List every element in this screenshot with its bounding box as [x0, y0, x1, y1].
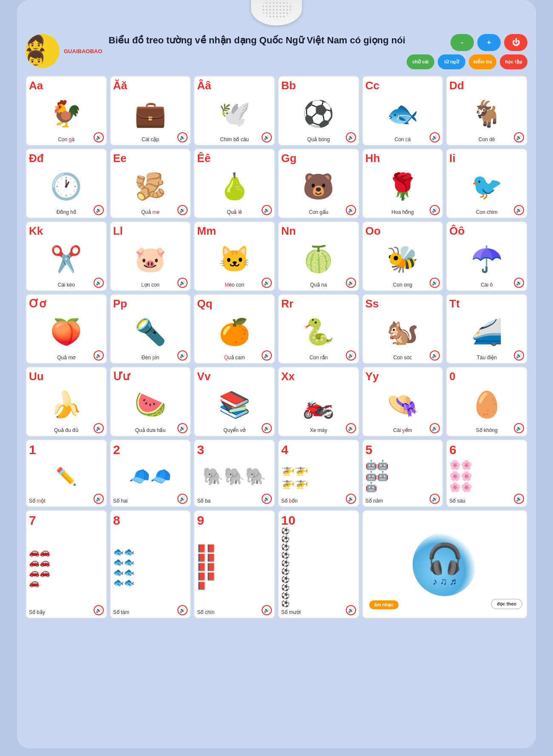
sound-9[interactable]: 🔊 — [262, 605, 272, 615]
sound-oo3[interactable]: 🔊 — [94, 350, 104, 361]
sound-uu2[interactable]: 🔊 — [177, 423, 188, 433]
card-mm[interactable]: Mm 🐱 Mèo con 🔊 — [194, 221, 275, 291]
card-uu2[interactable]: Ưư 🍉 Quả dưa hấu 🔊 — [110, 367, 191, 437]
power-button[interactable]: ⏻ — [504, 34, 527, 51]
sound-6[interactable]: 🔊 — [514, 494, 524, 504]
sound-dd2[interactable]: 🔊 — [94, 205, 104, 215]
card-aa3[interactable]: Ââ 🕊️ Chim bồ câu 🔊 — [194, 76, 275, 146]
sound-bb[interactable]: 🔊 — [346, 132, 356, 142]
sound-rr[interactable]: 🔊 — [346, 350, 356, 361]
label-5: Số năm — [365, 498, 383, 504]
am-nhac-button[interactable]: âm nhạc — [369, 600, 399, 609]
sound-mm[interactable]: 🔊 — [262, 278, 272, 288]
sound-7[interactable]: 🔊 — [94, 605, 104, 615]
card-ee2[interactable]: Êê 🍐 Quả lê 🔊 — [194, 148, 275, 219]
card-7[interactable]: 7 🚗🚗🚗🚗🚗🚗🚗 Số bảy 🔊 — [26, 510, 107, 619]
sound-vv[interactable]: 🔊 — [262, 423, 272, 433]
card-dd2[interactable]: Đđ 🕐 Đồng hồ 🔊 — [26, 148, 107, 219]
sound-tt[interactable]: 🔊 — [514, 350, 524, 361]
label-2: Số hai — [113, 498, 128, 504]
sound-3[interactable]: 🔊 — [262, 494, 272, 504]
card-1[interactable]: 1 ✏️ Số một 🔊 — [26, 439, 107, 507]
hoc-tap-button[interactable]: học tập — [500, 54, 527, 69]
card-ii[interactable]: Ii 🐦 Con chim 🔊 — [446, 148, 527, 219]
kiem-tra-button[interactable]: kiểm tra — [469, 54, 496, 69]
card-8[interactable]: 8 🐟🐟🐟🐟🐟🐟🐟🐟 Số tám 🔊 — [110, 510, 191, 619]
sound-kk[interactable]: 🔊 — [94, 278, 104, 288]
tu-ngu-button[interactable]: từ ngữ — [438, 54, 465, 69]
card-kk[interactable]: Kk ✂️ Cái kéo 🔊 — [26, 221, 107, 291]
sound-aa2[interactable]: 🔊 — [177, 132, 188, 142]
card-gg[interactable]: Gg 🐻 Con gấu 🔊 — [278, 148, 359, 219]
letter-hh: Hh — [365, 153, 380, 164]
sound-ll[interactable]: 🔊 — [177, 278, 188, 288]
card-ee[interactable]: Ee 🫚 Quả me 🔊 — [110, 148, 191, 219]
card-pp[interactable]: Pp 🔦 Đèn pin 🔊 — [110, 294, 191, 364]
card-hh[interactable]: Hh 🌹 Hoa hồng 🔊 — [362, 148, 444, 219]
card-4[interactable]: 4 🚁🚁🚁🚁 Số bốn 🔊 — [278, 439, 359, 507]
sound-0[interactable]: 🔊 — [514, 423, 524, 433]
card-cc[interactable]: Cc 🐟 Con cá 🔊 — [362, 76, 444, 146]
sound-10[interactable]: 🔊 — [346, 605, 356, 615]
sound-hh[interactable]: 🔊 — [430, 205, 440, 215]
sound-aa3[interactable]: 🔊 — [262, 132, 272, 142]
card-oo2[interactable]: Ôô ☂️ Cái ô 🔊 — [446, 221, 527, 291]
label-aa3: Chim bồ câu — [220, 136, 249, 142]
sound-1[interactable]: 🔊 — [94, 494, 104, 504]
image-ss: 🐿️ — [365, 311, 440, 353]
sound-nn[interactable]: 🔊 — [346, 278, 356, 288]
card-6[interactable]: 6 🌸🌸🌸🌸🌸🌸 Số sáu 🔊 — [446, 439, 527, 507]
card-bb[interactable]: Bb ⚽ Quả bóng 🔊 — [278, 76, 359, 146]
card-3[interactable]: 3 🐘🐘🐘 Số ba 🔊 — [194, 439, 275, 507]
card-oo[interactable]: Oo 🐝 Con ong 🔊 — [362, 221, 444, 291]
card-dd[interactable]: Dd 🐐 Con dê 🔊 — [446, 76, 527, 146]
card-tt[interactable]: Tt 🚄 Tàu điện 🔊 — [446, 294, 527, 364]
card-ss[interactable]: Ss 🐿️ Con sóc 🔊 — [362, 294, 444, 364]
vol-down-button[interactable]: - — [450, 34, 474, 51]
card-2[interactable]: 2 🧢🧢 Số hai 🔊 — [110, 439, 191, 507]
letter-vv: Vv — [197, 371, 211, 382]
card-vv[interactable]: Vv 📚 Quyển vở 🔊 — [194, 367, 275, 437]
sound-8[interactable]: 🔊 — [177, 605, 188, 615]
image-mm: 🐱 — [197, 238, 272, 280]
sound-5[interactable]: 🔊 — [430, 494, 440, 504]
sound-pp[interactable]: 🔊 — [177, 350, 188, 361]
sound-cc[interactable]: 🔊 — [430, 132, 440, 142]
sound-oo[interactable]: 🔊 — [430, 278, 440, 288]
letter-xx: Xx — [281, 371, 295, 382]
sound-yy[interactable]: 🔊 — [430, 423, 440, 433]
card-10[interactable]: 10 ⚽⚽⚽⚽⚽⚽⚽⚽⚽⚽ Số mười 🔊 — [278, 510, 359, 619]
card-yy[interactable]: Yy 👒 Cái yếm 🔊 — [362, 367, 444, 437]
card-5[interactable]: 5 🤖🤖🤖🤖🤖 Số năm 🔊 — [362, 439, 444, 507]
card-9[interactable]: 9 📕📕📕📕📕📕📕📕📕 Số chín 🔊 — [194, 510, 275, 619]
sound-aa[interactable]: 🔊 — [94, 132, 104, 142]
sound-dd[interactable]: 🔊 — [514, 132, 524, 142]
image-uu2: 🍉 — [113, 384, 188, 426]
sound-gg[interactable]: 🔊 — [346, 205, 356, 215]
sound-uu[interactable]: 🔊 — [94, 423, 104, 433]
card-uu[interactable]: Uu 🍌 Quả đu đủ 🔊 — [26, 367, 107, 437]
sound-2[interactable]: 🔊 — [177, 494, 188, 504]
card-ll[interactable]: Ll 🐷 Lợn con 🔊 — [110, 221, 191, 291]
card-rr[interactable]: Rr 🐍 Con rắn 🔊 — [278, 294, 359, 364]
sound-ss[interactable]: 🔊 — [430, 350, 440, 361]
doc-theo-button[interactable]: đọc theo — [491, 599, 522, 609]
sound-ee[interactable]: 🔊 — [177, 205, 188, 215]
sound-qq[interactable]: 🔊 — [262, 350, 272, 361]
card-aa[interactable]: Aa 🐓 Con gà 🔊 — [26, 76, 107, 146]
card-xx[interactable]: Xx 🏍️ Xe máy 🔊 — [278, 367, 359, 437]
sound-xx[interactable]: 🔊 — [346, 423, 356, 433]
image-6: 🌸🌸🌸🌸🌸🌸 — [449, 456, 524, 496]
vol-up-button[interactable]: + — [477, 34, 501, 51]
card-oo3[interactable]: Ơơ 🍑 Quả mơ 🔊 — [26, 294, 107, 364]
sound-4[interactable]: 🔊 — [346, 494, 356, 504]
card-aa2[interactable]: Ăă 💼 Cái cặp 🔊 — [110, 76, 191, 146]
chu-cai-button[interactable]: chữ cái — [407, 54, 434, 69]
sound-ee2[interactable]: 🔊 — [262, 205, 272, 215]
sound-oo2[interactable]: 🔊 — [514, 278, 524, 288]
card-qq[interactable]: Qq 🍊 Quả cam 🔊 — [194, 294, 275, 364]
letter-ss: Ss — [365, 298, 379, 309]
sound-ii[interactable]: 🔊 — [514, 205, 524, 215]
card-nn[interactable]: Nn 🍈 Quả na 🔊 — [278, 221, 359, 291]
card-0[interactable]: 0 🥚 Số không 🔊 — [446, 367, 527, 437]
